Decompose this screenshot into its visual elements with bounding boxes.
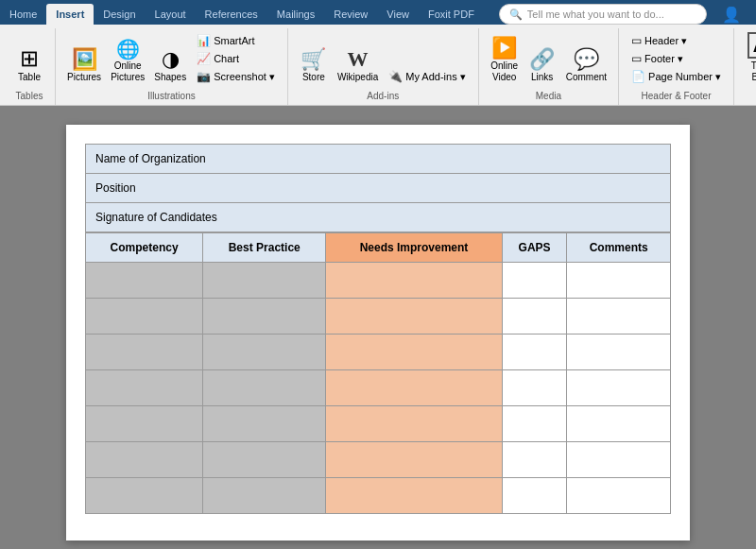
- video-icon: ▶️: [491, 38, 517, 59]
- page-number-button[interactable]: 📄 Page Number ▾: [627, 68, 726, 85]
- gaps-cell[interactable]: [502, 442, 567, 478]
- textbox-button[interactable]: A TextBox: [742, 30, 756, 85]
- header-comments: Comments: [567, 233, 671, 263]
- competency-cell[interactable]: [86, 263, 203, 299]
- comment-icon: 💬: [574, 49, 599, 70]
- my-addins-button[interactable]: 🔌 My Add-ins ▾: [384, 68, 470, 85]
- comments-cell[interactable]: [567, 442, 671, 478]
- competency-cell[interactable]: [86, 335, 203, 370]
- wikipedia-button[interactable]: W Wikipedia: [334, 30, 382, 85]
- screenshot-icon: 📷: [197, 70, 211, 83]
- tab-insert[interactable]: Insert: [46, 4, 94, 25]
- ribbon-group-media: ▶️ OnlineVideo 🔗 Links 💬 Comment Media: [479, 28, 619, 105]
- tab-home[interactable]: Home: [0, 4, 46, 25]
- user-icon[interactable]: 👤: [722, 6, 741, 24]
- competency-cell[interactable]: [86, 442, 203, 478]
- best-practice-cell[interactable]: [203, 406, 326, 442]
- needs-improvement-cell[interactable]: [326, 263, 503, 299]
- best-practice-cell[interactable]: [203, 335, 326, 370]
- pictures-icon: 🖼️: [72, 49, 97, 70]
- table-header-row: Competency Best Practice Needs Improveme…: [86, 233, 671, 263]
- needs-improvement-cell[interactable]: [326, 370, 503, 406]
- gaps-cell[interactable]: [502, 335, 567, 370]
- shapes-button[interactable]: ◑ Shapes: [150, 30, 190, 85]
- table-icon: ⊞: [20, 47, 39, 70]
- needs-improvement-cell[interactable]: [326, 478, 503, 514]
- signature-label: Signature of Candidates: [86, 203, 671, 232]
- tab-mailings[interactable]: Mailings: [267, 4, 324, 25]
- table-button[interactable]: ⊞ Table: [11, 30, 47, 85]
- header-gaps: GAPS: [502, 233, 567, 263]
- needs-improvement-cell[interactable]: [326, 406, 503, 442]
- table-label: Table: [18, 72, 41, 83]
- header-footer-small-group: ▭ Header ▾ ▭ Footer ▾ 📄 Page Number ▾: [627, 30, 726, 85]
- smartart-button[interactable]: 📊 SmartArt: [192, 32, 280, 49]
- header-needs-improvement: Needs Improvement: [326, 233, 503, 263]
- links-button[interactable]: 🔗 Links: [524, 30, 560, 85]
- comments-cell[interactable]: [567, 406, 671, 442]
- footer-button[interactable]: ▭ Footer ▾: [627, 50, 726, 67]
- org-label: Name of Organization: [86, 145, 671, 174]
- ribbon-body: ⊞ Table Tables 🖼️ Pictures 🌐 OnlinePictu…: [0, 25, 756, 106]
- tab-layout[interactable]: Layout: [146, 4, 196, 25]
- table-row: [86, 442, 671, 478]
- screenshot-button[interactable]: 📷 Screenshot ▾: [192, 68, 280, 85]
- comments-cell[interactable]: [567, 263, 671, 299]
- best-practice-cell[interactable]: [203, 478, 326, 514]
- gaps-cell[interactable]: [502, 370, 567, 406]
- shapes-icon: ◑: [162, 49, 180, 70]
- addins-small-group: 🔌 My Add-ins ▾: [384, 30, 470, 85]
- gaps-cell[interactable]: [502, 478, 567, 514]
- online-pictures-icon: 🌐: [116, 40, 140, 59]
- tab-design[interactable]: Design: [94, 4, 145, 25]
- online-video-button[interactable]: ▶️ OnlineVideo: [487, 30, 523, 85]
- table-row: [86, 406, 671, 442]
- gaps-cell[interactable]: [502, 299, 567, 335]
- tables-group-label: Tables: [16, 91, 43, 103]
- tab-view[interactable]: View: [377, 4, 419, 25]
- position-label: Position: [86, 174, 671, 203]
- word-page: Name of Organization Position Signature …: [66, 125, 690, 540]
- needs-improvement-cell[interactable]: [326, 299, 503, 335]
- competency-cell[interactable]: [86, 370, 203, 406]
- table-row: [86, 263, 671, 299]
- online-pictures-button[interactable]: 🌐 OnlinePictures: [107, 30, 148, 85]
- ribbon-group-header-footer: ▭ Header ▾ ▭ Footer ▾ 📄 Page Number ▾ He…: [619, 28, 734, 105]
- store-button[interactable]: 🛒 Store: [296, 30, 332, 85]
- best-practice-cell[interactable]: [203, 442, 326, 478]
- ribbon-group-illustrations: 🖼️ Pictures 🌐 OnlinePictures ◑ Shapes 📊 …: [56, 28, 288, 105]
- comments-cell[interactable]: [567, 478, 671, 514]
- info-row-signature: Signature of Candidates: [86, 203, 671, 232]
- table-row: [86, 370, 671, 406]
- competency-cell[interactable]: [86, 478, 203, 514]
- comments-cell[interactable]: [567, 370, 671, 406]
- competency-cell[interactable]: [86, 299, 203, 335]
- search-icon: 🔍: [509, 9, 523, 21]
- tab-foxit[interactable]: Foxit PDF: [419, 4, 484, 25]
- links-icon: 🔗: [529, 49, 555, 70]
- info-table: Name of Organization Position Signature …: [85, 144, 671, 232]
- comments-cell[interactable]: [567, 299, 671, 335]
- search-bar[interactable]: 🔍 Tell me what you want to do...: [499, 4, 707, 25]
- gaps-cell[interactable]: [502, 263, 567, 299]
- best-practice-cell[interactable]: [203, 263, 326, 299]
- pictures-button[interactable]: 🖼️ Pictures: [63, 30, 105, 85]
- needs-improvement-cell[interactable]: [326, 442, 503, 478]
- tab-review[interactable]: Review: [324, 4, 377, 25]
- needs-improvement-cell[interactable]: [326, 335, 503, 370]
- ribbon-group-tables: ⊞ Table Tables: [4, 28, 56, 105]
- tab-references[interactable]: References: [196, 4, 267, 25]
- gaps-cell[interactable]: [502, 406, 567, 442]
- table-row: [86, 478, 671, 514]
- competency-cell[interactable]: [86, 406, 203, 442]
- comment-button[interactable]: 💬 Comment: [562, 30, 610, 85]
- chart-icon: 📈: [197, 52, 211, 65]
- comments-cell[interactable]: [567, 335, 671, 370]
- search-placeholder: Tell me what you want to do...: [527, 9, 664, 20]
- header-button[interactable]: ▭ Header ▾: [627, 32, 726, 49]
- ribbon-tabs: Home Insert Design Layout References Mai…: [0, 0, 756, 25]
- chart-button[interactable]: 📈 Chart: [192, 50, 280, 67]
- best-practice-cell[interactable]: [203, 299, 326, 335]
- main-table: Competency Best Practice Needs Improveme…: [85, 232, 671, 514]
- best-practice-cell[interactable]: [203, 370, 326, 406]
